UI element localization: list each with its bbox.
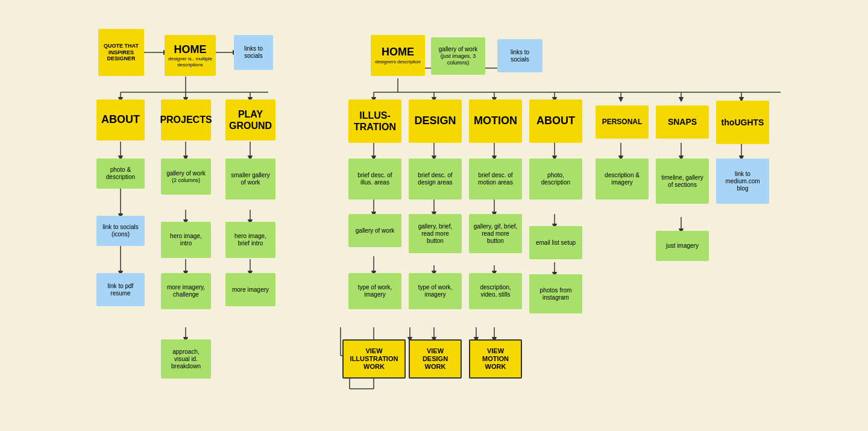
about-photos-node: photos from instagram <box>529 274 582 313</box>
motion-brief-node: brief desc. of motion areas <box>469 159 522 200</box>
email-setup-node: email list setup <box>529 226 582 259</box>
design-node: DESIGN <box>409 99 462 143</box>
photo-desc-node: photo & description <box>96 159 145 189</box>
motion-node: MOTION <box>469 99 522 143</box>
links-socials-right-node: links to socials <box>497 39 542 72</box>
home-left-node: HOME designer is.. multiple descriptions <box>165 35 216 76</box>
quote-node: QUOTE THAT INSPIRES DESIGNER <box>98 29 144 76</box>
approach-node: approach, visual id. breakdown <box>161 339 211 379</box>
motion-gallery-node: gallery, gif, brief, read more button <box>469 214 522 253</box>
view-motion-node[interactable]: VIEW MOTION WORK <box>469 339 522 379</box>
links-socials-left-node: links to socials <box>234 35 273 70</box>
more-imagery2-node: more imagery <box>225 273 275 306</box>
illustration-node: ILLUS-TRATION <box>348 99 401 143</box>
design-brief-node: brief desc. of design areas <box>409 159 462 200</box>
hero-image2-node: hero image, brief intro <box>225 222 275 258</box>
about-left-node: ABOUT <box>96 99 145 140</box>
personal-node: PERSONAL <box>596 105 649 139</box>
link-socials-icons-node: link to socials (icons) <box>96 216 145 246</box>
link-pdf-node: link to pdf resume <box>96 273 145 306</box>
illus-brief-node: brief desc. of illus. areas <box>348 159 401 200</box>
smaller-gallery-node: smaller gallery of work <box>225 159 275 200</box>
more-imagery-node: more imagery, challenge <box>161 273 211 309</box>
projects-node: PROJECTS <box>161 99 211 140</box>
gallery-work-right-node: gallery of work (just images, 3 columns) <box>431 37 485 75</box>
view-illus-node[interactable]: VIEW ILLUSTRATION WORK <box>342 339 406 379</box>
design-type-node: type of work, imagery <box>409 273 462 309</box>
gallery-work-left-node: gallery of work (2 columns) <box>161 159 211 195</box>
design-gallery-node: gallery, brief, read more button <box>409 214 462 253</box>
snaps-node: SNAPS <box>656 105 709 139</box>
about-right-node: ABOUT <box>529 99 582 143</box>
illus-gallery-node: gallery of work <box>348 214 401 247</box>
thoughts-link-node: link to medium.com blog <box>716 159 769 204</box>
home-right-node: HOME designers description <box>371 35 425 76</box>
view-design-node[interactable]: VIEW DESIGN WORK <box>409 339 462 379</box>
motion-desc-node: description, video, stills <box>469 273 522 309</box>
hero-image-node: hero image, intro <box>161 222 211 258</box>
just-imagery-node: just imagery <box>656 231 709 261</box>
about-photo-node: photo, description <box>529 159 582 200</box>
illus-type-node: type of work, imagery <box>348 273 401 309</box>
playground-node: PLAY GROUND <box>225 99 275 140</box>
thoughts-node: thoUGHTS <box>716 101 769 144</box>
snaps-timeline-node: timeline, gallery of sections <box>656 159 709 204</box>
personal-desc-node: description & imagery <box>596 159 649 200</box>
